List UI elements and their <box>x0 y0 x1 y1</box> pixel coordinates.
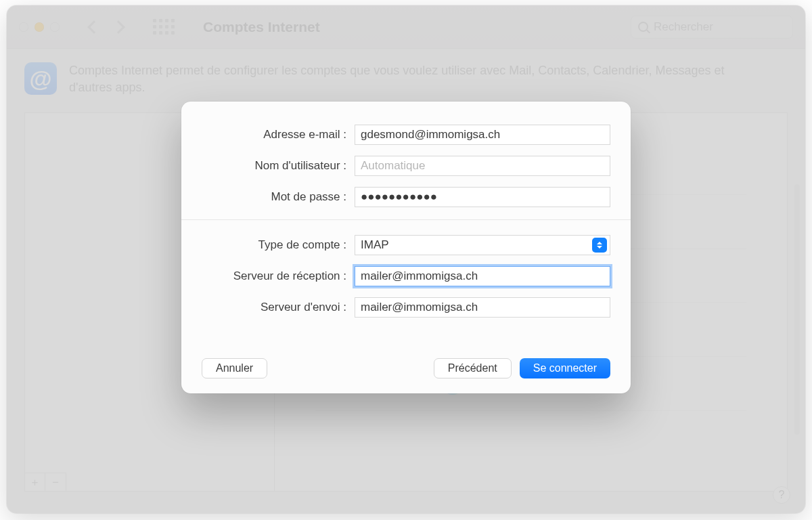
outgoing-server-label: Serveur d'envoi : <box>202 301 355 314</box>
button-bar: Annuler Précédent Se connecter <box>202 358 610 378</box>
back-button[interactable]: Précédent <box>434 358 512 378</box>
account-type-select[interactable]: IMAP <box>355 235 610 255</box>
preferences-window: Comptes Internet Rechercher @ Comptes In… <box>7 5 805 513</box>
password-label: Mot de passe : <box>202 190 355 204</box>
connect-button[interactable]: Se connecter <box>520 358 610 378</box>
account-type-label: Type de compte : <box>202 238 355 252</box>
email-label: Adresse e-mail : <box>202 128 355 142</box>
divider <box>181 219 631 220</box>
username-field[interactable] <box>355 156 610 176</box>
incoming-server-label: Serveur de réception : <box>202 269 355 283</box>
account-type-value: IMAP <box>361 238 389 252</box>
email-field[interactable] <box>355 125 610 145</box>
outgoing-server-field[interactable] <box>355 297 610 318</box>
account-setup-sheet: Adresse e-mail : Nom d'utilisateur : Mot… <box>181 102 631 393</box>
chevron-up-down-icon <box>592 238 607 253</box>
cancel-button[interactable]: Annuler <box>202 358 267 378</box>
username-label: Nom d'utilisateur : <box>202 159 355 173</box>
incoming-server-field[interactable] <box>355 266 610 286</box>
password-field[interactable] <box>355 187 610 207</box>
